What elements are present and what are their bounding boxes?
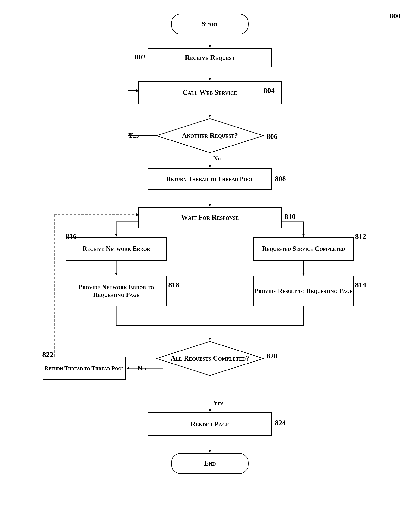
- start-node: Start: [171, 14, 249, 35]
- ref-802: 802: [135, 53, 146, 61]
- wait-for-response-node: Wait For Response: [138, 207, 282, 228]
- ref-806: 806: [267, 132, 278, 141]
- svg-marker-11: [209, 165, 211, 168]
- no-all-label: No: [138, 365, 146, 372]
- end-node: End: [171, 453, 249, 474]
- provide-network-error-node: Provide Network Error to Requesting Page: [66, 276, 167, 306]
- svg-marker-5: [209, 115, 211, 118]
- ref-810: 810: [285, 212, 296, 221]
- svg-marker-13: [209, 204, 211, 207]
- svg-marker-38: [209, 409, 211, 412]
- svg-marker-22: [115, 273, 118, 276]
- return-thread-pool-2-node: Return Thread to Thread Pool: [43, 356, 126, 380]
- render-page-node: Render Page: [148, 412, 272, 436]
- another-request-node: Another Request?: [156, 118, 264, 154]
- all-requests-completed-node: All Requests Completed?: [156, 341, 264, 376]
- flowchart-diagram: 800 Start Receive Request 802 Call Web S…: [0, 0, 420, 510]
- ref-800: 800: [390, 12, 401, 20]
- ref-808: 808: [275, 174, 286, 183]
- all-requests-completed-label: All Requests Completed?: [171, 354, 249, 362]
- ref-822: 822: [42, 350, 53, 359]
- ref-814: 814: [355, 281, 366, 289]
- svg-marker-24: [302, 273, 305, 276]
- svg-marker-30: [209, 338, 211, 341]
- svg-marker-40: [209, 450, 211, 453]
- svg-marker-32: [126, 367, 129, 370]
- provide-result-node: Provide Result to Requesting Page: [253, 276, 354, 306]
- svg-marker-20: [302, 234, 305, 237]
- svg-marker-3: [209, 78, 211, 81]
- ref-816: 816: [66, 232, 76, 241]
- yes-all-label: Yes: [213, 399, 224, 407]
- svg-marker-17: [115, 234, 118, 237]
- ref-812: 812: [355, 232, 366, 241]
- return-thread-pool-1-node: Return Thread to Thread Pool: [148, 168, 272, 190]
- yes-another-label: Yes: [128, 132, 139, 139]
- ref-820: 820: [267, 352, 278, 360]
- call-web-service-node: Call Web Service: [138, 81, 282, 104]
- ref-804: 804: [264, 86, 275, 95]
- no-another-label: No: [213, 155, 222, 162]
- ref-818: 818: [168, 281, 179, 289]
- receive-request-node: Receive Request: [148, 48, 272, 67]
- requested-service-completed-node: Requested Service Completed: [253, 237, 354, 261]
- receive-network-error-node: Receive Network Error: [66, 237, 167, 261]
- another-request-label: Another Request?: [182, 131, 238, 140]
- svg-marker-1: [209, 45, 211, 48]
- ref-824: 824: [275, 419, 286, 427]
